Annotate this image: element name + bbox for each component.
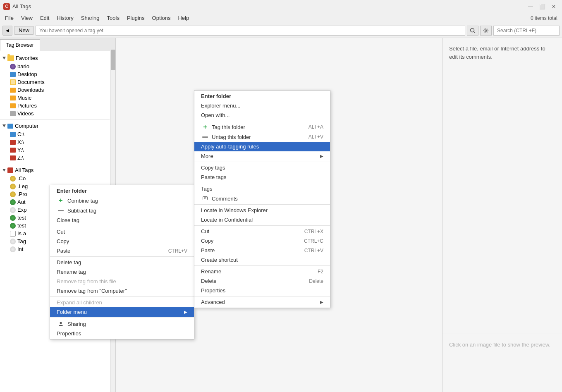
tag-search-input[interactable]	[36, 26, 465, 36]
tree-separator-2	[0, 162, 110, 164]
ctx-enter-folder-left[interactable]: Enter folder	[50, 186, 194, 196]
ctx-explorer-menu[interactable]: Explorer menu...	[194, 101, 330, 110]
computer-section[interactable]: Computer	[0, 122, 110, 130]
window-controls: — ⬜ ✕	[526, 2, 559, 12]
minus-icon-subtract	[57, 207, 65, 214]
videos-label: Videos	[17, 110, 34, 117]
app-icon: C	[3, 3, 10, 10]
menu-sharing[interactable]: Sharing	[78, 14, 103, 22]
minimize-button[interactable]: —	[526, 2, 536, 12]
pro-icon	[10, 191, 16, 197]
maximize-button[interactable]: ⬜	[537, 2, 547, 12]
close-button[interactable]: ✕	[549, 2, 559, 12]
new-button[interactable]: New	[14, 26, 34, 35]
ctx-advanced[interactable]: Advanced ▶	[194, 297, 330, 307]
svg-point-6	[60, 322, 62, 324]
menu-options[interactable]: Options	[149, 14, 174, 22]
menu-view[interactable]: View	[18, 14, 36, 22]
ctx-comments[interactable]: Comments	[194, 194, 330, 203]
bario-label: bario	[17, 63, 29, 69]
menu-history[interactable]: History	[53, 14, 77, 22]
ctx-locate-confidential[interactable]: Locate in Confidential	[194, 215, 330, 225]
ctx-untag-folder-label: Untag this folder	[212, 134, 251, 140]
ctx-tags[interactable]: Tags	[194, 184, 330, 194]
ctx-copy-left[interactable]: Copy	[50, 237, 194, 246]
pictures-label: Pictures	[17, 103, 37, 109]
all-tags-icon	[7, 167, 13, 173]
ctx-enter-folder-right[interactable]: Enter folder	[194, 91, 330, 101]
tree-item-x[interactable]: X:\	[0, 138, 110, 146]
ctx-paste-left[interactable]: Paste CTRL+V	[50, 246, 194, 256]
ctx-sep-r1	[194, 121, 330, 121]
ctx-delete-right[interactable]: Delete Delete	[194, 276, 330, 286]
global-search-input[interactable]	[493, 26, 560, 36]
ctx-locate-windows[interactable]: Locate in Windows Explorer	[194, 206, 330, 215]
ctx-untag-folder-shortcut: ALT+V	[309, 134, 323, 140]
ctx-sharing-left[interactable]: Sharing	[50, 319, 194, 329]
tree-item-y[interactable]: Y:\	[0, 146, 110, 154]
ctx-more[interactable]: More ▶	[194, 151, 330, 161]
favorites-section[interactable]: Favorites	[0, 54, 110, 62]
ctx-sep-r6	[194, 265, 330, 266]
menu-help[interactable]: Help	[175, 14, 192, 22]
tree-item-co[interactable]: .Co	[0, 174, 110, 182]
ctx-close-tag[interactable]: Close tag	[50, 215, 194, 225]
all-tags-section[interactable]: All Tags	[0, 166, 110, 174]
ctx-cut-right-label: Cut	[201, 228, 209, 234]
ctx-open-with[interactable]: Open with...	[194, 110, 330, 120]
ctx-rename-tag[interactable]: Rename tag	[50, 267, 194, 277]
aut-label: Aut	[17, 199, 26, 205]
ctx-create-shortcut-label: Create shortcut	[201, 257, 238, 263]
tree-item-documents[interactable]: Documents	[0, 78, 110, 86]
ctx-enter-folder-left-label: Enter folder	[57, 188, 87, 194]
ctx-paste-shortcut-left: CTRL+V	[168, 248, 187, 254]
menu-file[interactable]: File	[2, 14, 17, 22]
ctx-more-label: More	[201, 153, 213, 159]
ctx-paste-right[interactable]: Paste CTRL+V	[194, 246, 330, 255]
ctx-properties-left[interactable]: Properties	[50, 329, 194, 338]
ctx-copy-right[interactable]: Copy CTRL+C	[194, 236, 330, 246]
back-button[interactable]: ◀	[2, 26, 12, 36]
ctx-delete-tag[interactable]: Delete tag	[50, 258, 194, 267]
ctx-sep-3	[50, 296, 194, 297]
test2-icon	[10, 223, 16, 229]
tree-item-music[interactable]: Music	[0, 94, 110, 102]
settings-button[interactable]	[480, 26, 492, 36]
tree-item-videos[interactable]: Videos	[0, 110, 110, 117]
ctx-apply-auto-tagging[interactable]: Apply auto-tagging rules	[194, 142, 330, 151]
ctx-subtract-tag[interactable]: Subtract tag	[50, 206, 194, 215]
ctx-copy-tags[interactable]: Copy tags	[194, 163, 330, 172]
tag-icon	[10, 239, 16, 244]
ctx-create-shortcut[interactable]: Create shortcut	[194, 255, 330, 265]
z-label: Z:\	[17, 155, 24, 161]
ctx-untag-folder[interactable]: Untag this folder ALT+V	[194, 132, 330, 142]
tree-item-desktop[interactable]: Desktop	[0, 70, 110, 78]
ctx-remove-tag-computer[interactable]: Remove tag from "Computer"	[50, 286, 194, 296]
search-button[interactable]	[467, 26, 478, 36]
svg-line-1	[474, 31, 476, 33]
tab-tag-browser[interactable]: Tag Browser	[0, 39, 40, 51]
ctx-locate-windows-label: Locate in Windows Explorer	[201, 207, 268, 213]
videos-icon	[10, 111, 16, 116]
ctx-combine-tag[interactable]: + Combine tag	[50, 196, 194, 206]
ctx-folder-menu[interactable]: Folder menu ▶	[50, 307, 194, 317]
menu-plugins[interactable]: Plugins	[124, 14, 148, 22]
ctx-tag-folder[interactable]: + Tag this folder ALT+A	[194, 122, 330, 132]
tree-item-downloads[interactable]: Downloads	[0, 86, 110, 94]
ctx-paste-shortcut-right: CTRL+V	[304, 248, 323, 253]
menu-edit[interactable]: Edit	[37, 14, 53, 22]
svg-point-0	[471, 28, 474, 32]
ctx-explorer-menu-label: Explorer menu...	[201, 103, 240, 109]
tree-item-c[interactable]: C:\	[0, 130, 110, 138]
ctx-cut-left[interactable]: Cut	[50, 227, 194, 237]
window-title: All Tags	[12, 3, 31, 10]
tree-item-pictures[interactable]: Pictures	[0, 102, 110, 110]
tree-item-bario[interactable]: bario	[0, 62, 110, 70]
menu-tools[interactable]: Tools	[104, 14, 123, 22]
all-tags-label: All Tags	[15, 167, 33, 173]
ctx-cut-right[interactable]: Cut CTRL+X	[194, 227, 330, 236]
tree-item-z[interactable]: Z:\	[0, 154, 110, 162]
ctx-rename-right[interactable]: Rename F2	[194, 267, 330, 276]
ctx-paste-tags[interactable]: Paste tags	[194, 172, 330, 182]
ctx-properties-right[interactable]: Properties	[194, 286, 330, 295]
